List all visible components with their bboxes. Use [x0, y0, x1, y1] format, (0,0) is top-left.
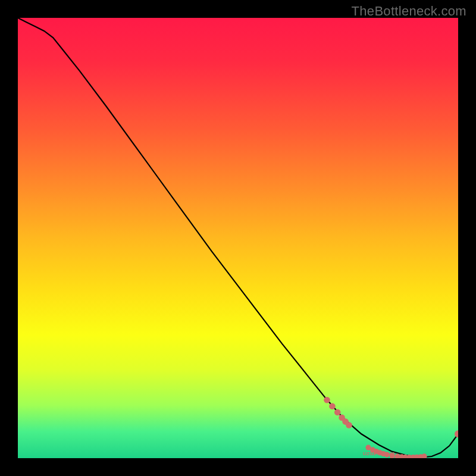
chart-frame: TheBottleneck.com UZGE-CED40 [0, 0, 476, 476]
watermark-text: TheBottleneck.com [352, 4, 466, 19]
data-marker [421, 453, 427, 458]
data-marker [346, 422, 352, 428]
data-marker [329, 403, 336, 409]
cluster-label: UZGE-CED40 [363, 451, 395, 456]
marker-cluster-upper [324, 397, 352, 428]
data-marker [324, 397, 330, 403]
bottleneck-curve [18, 18, 458, 458]
data-marker [334, 409, 341, 416]
plot-area: UZGE-CED40 [18, 18, 458, 458]
curve-svg: UZGE-CED40 [18, 18, 458, 458]
end-marker [455, 430, 458, 437]
